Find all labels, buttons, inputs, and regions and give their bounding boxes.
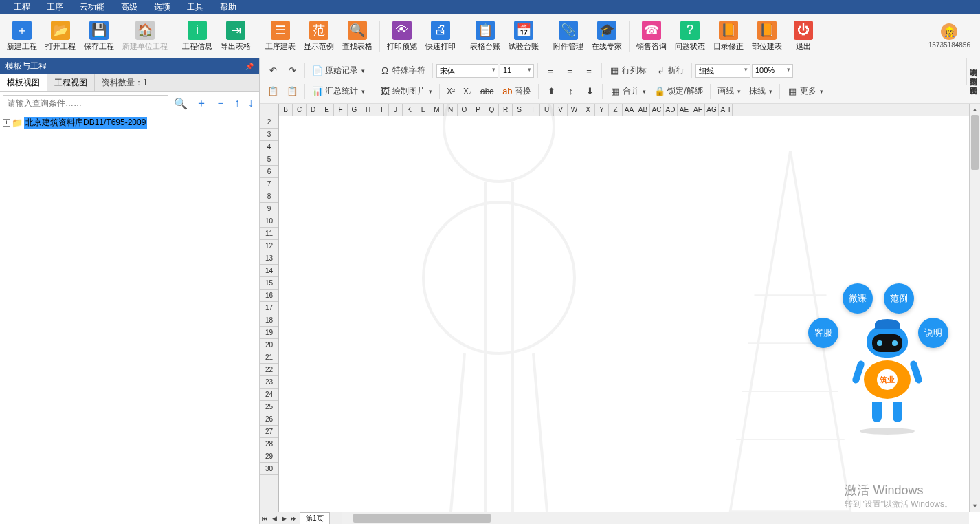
row-header[interactable]: 3 [260,129,278,141]
row-header[interactable]: 7 [260,178,278,190]
undo-button[interactable]: ↶ [264,63,282,78]
tree-root-node[interactable]: + 📁 北京建筑资料库DB11/T695-2009 [3,117,256,129]
menu-4[interactable]: 选项 [146,1,179,13]
col-header[interactable]: AF [691,104,705,116]
col-header[interactable]: U [540,104,554,116]
special-char-button[interactable]: Ω特殊字符 [376,63,429,78]
expand-icon[interactable]: ＋ [193,96,210,111]
col-header[interactable]: G [348,104,361,116]
lock-button[interactable]: 🔒锁定/解绑 [651,83,706,99]
col-header[interactable]: J [389,104,403,116]
col-header[interactable]: L [416,104,430,116]
merge-button[interactable]: ▦合并▾ [606,83,649,99]
font-size-select[interactable]: 11 [500,64,534,78]
col-header[interactable]: F [334,104,348,116]
valign-top-button[interactable]: ⬆ [542,84,560,99]
last-sheet-icon[interactable]: ⏭ [289,515,298,522]
draw-image-button[interactable]: 🖼绘制图片▾ [376,83,436,99]
orig-record-button[interactable]: 📄原始记录▾ [309,63,368,78]
toolbar-查找表格[interactable]: 🔍查找表格 [338,18,377,54]
summary-button[interactable]: 📊汇总统计▾ [309,83,368,99]
pin-icon[interactable]: 📌 [245,63,254,70]
tree-toggle-icon[interactable]: + [3,119,10,127]
col-header[interactable]: Y [595,104,609,116]
redo-button[interactable]: ↷ [283,63,301,78]
toolbar-问题状态[interactable]: ?问题状态 [671,18,709,54]
row-header[interactable]: 22 [260,364,278,376]
menu-0[interactable]: 工程 [5,1,38,13]
bubble-kefu[interactable]: 客服 [808,318,838,348]
col-header[interactable]: N [444,104,458,116]
toolbar-快速打印[interactable]: 🖨快速打印 [421,18,460,54]
row-header[interactable]: 30 [260,463,278,475]
row-header[interactable]: 20 [260,339,278,351]
col-header[interactable]: E [320,104,334,116]
wrap-button[interactable]: ↲折行 [652,63,688,78]
col-header[interactable]: R [499,104,513,116]
valign-middle-button[interactable]: ↕ [561,84,579,99]
col-header[interactable]: AB [636,104,650,116]
row-header[interactable]: 12 [260,240,278,252]
row-header[interactable]: 13 [260,252,278,265]
draw-line-button[interactable]: 画线▾ [714,83,744,99]
row-header[interactable]: 17 [260,302,278,314]
col-header[interactable]: M [430,104,444,116]
col-header[interactable]: H [361,104,375,116]
row-header[interactable]: 10 [260,215,278,228]
row-header[interactable]: 9 [260,203,278,215]
col-header[interactable]: Z [609,104,623,116]
col-header[interactable]: S [513,104,526,116]
user-info[interactable]: 👷15735184856 [922,23,977,49]
col-header[interactable]: AA [623,104,636,116]
next-sheet-icon[interactable]: ▶ [279,515,289,522]
toolbar-新建工程[interactable]: ＋新建工程 [3,18,41,54]
toolbar-工程信息[interactable]: i工程信息 [178,18,216,54]
align-center-button[interactable]: ≡ [561,63,579,78]
row-header[interactable]: 27 [260,426,278,438]
col-header[interactable]: X [581,104,595,116]
grid-body[interactable] [279,116,969,512]
copy-button[interactable]: 📋 [264,84,282,99]
col-header[interactable]: AC [650,104,664,116]
zoom-select[interactable]: 100% [752,64,793,78]
col-header[interactable]: D [307,104,320,116]
menu-6[interactable]: 帮助 [212,1,245,13]
row-header[interactable]: 4 [260,141,278,153]
side-tab-0[interactable]: 填表说明 [967,58,980,67]
toolbar-保存工程[interactable]: 💾保存工程 [80,18,118,54]
rowcol-button[interactable]: ▦行列标 [605,63,650,78]
horizontal-scrollbar[interactable] [342,512,969,524]
row-header[interactable]: 5 [260,153,278,166]
col-header[interactable]: W [568,104,581,116]
tab-project-view[interactable]: 工程视图 [47,74,95,91]
hscroll-thumb[interactable] [353,514,491,523]
scroll-down-icon[interactable]: ▼ [970,501,980,512]
col-header[interactable]: AE [678,104,691,116]
row-header[interactable]: 8 [260,190,278,203]
align-left-button[interactable]: ≡ [542,63,559,78]
row-header[interactable]: 11 [260,228,278,240]
toolbar-导出表格[interactable]: ⇥导出表格 [216,18,255,54]
vscroll-thumb[interactable] [971,115,979,170]
search-icon[interactable]: 🔍 [171,97,190,110]
toolbar-工序建表[interactable]: ☰工序建表 [261,18,300,54]
col-header[interactable]: T [526,104,540,116]
menu-5[interactable]: 工具 [179,1,212,13]
row-header[interactable]: 29 [260,450,278,463]
row-header[interactable]: 15 [260,277,278,290]
align-right-button[interactable]: ≡ [580,63,598,78]
tab-template-view[interactable]: 模板视图 [0,74,47,91]
down-icon[interactable]: ↓ [245,97,256,109]
row-header[interactable]: 18 [260,314,278,327]
sheet-tab[interactable]: 第1页 [300,512,330,524]
strikethrough-button[interactable]: abc [477,85,497,98]
line-style-select[interactable]: 细线 [695,64,750,78]
col-header[interactable]: I [375,104,389,116]
toolbar-打开工程[interactable]: 📂打开工程 [41,18,80,54]
toolbar-退出[interactable]: ⏻退出 [786,18,821,54]
col-header[interactable]: AH [719,104,733,116]
col-header[interactable]: B [279,104,293,116]
col-header[interactable]: AD [664,104,678,116]
row-header[interactable]: 24 [260,389,278,401]
replace-button[interactable]: ab替换 [498,83,535,99]
